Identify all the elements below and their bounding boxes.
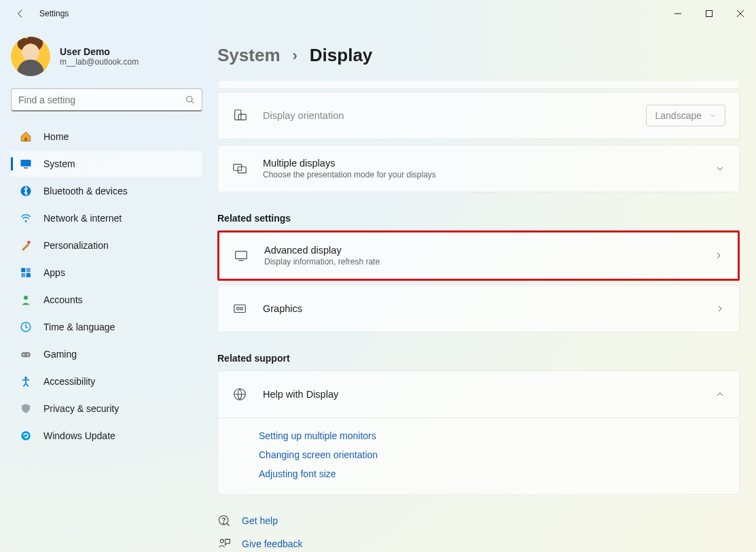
row-display-orientation: Display orientation Landscape [218,92,739,139]
highlight-box: Advanced display Display information, re… [217,230,740,281]
sidebar-item-system[interactable]: System [11,151,202,177]
help-icon [217,514,231,528]
row-subtitle: Display information, refresh rate [264,257,713,266]
row-title: Graphics [263,303,715,314]
paint-icon [19,239,33,252]
help-links: Setting up multiple monitors Changing sc… [217,418,740,495]
sidebar-item-gaming[interactable]: Gaming [11,341,202,367]
profile-name: User Demo [60,46,139,57]
svg-line-5 [192,101,194,103]
sidebar-item-privacy-security[interactable]: Privacy & security [11,396,202,421]
row-title: Advanced display [264,245,713,256]
chevron-up-icon [715,389,725,400]
sidebar-item-label: Home [43,131,69,142]
search-icon [185,95,195,105]
search-input[interactable] [12,89,202,110]
card-help-display: Help with Display [217,370,740,418]
row-advanced-display[interactable]: Advanced display Display information, re… [219,232,738,279]
sidebar-item-time-language[interactable]: Time & language [11,314,202,340]
sidebar-item-home[interactable]: Home [11,124,202,150]
card-peek [217,81,740,89]
sidebar-item-accessibility[interactable]: Accessibility [11,368,202,394]
breadcrumb: System › Display [217,45,740,66]
search-box[interactable] [11,88,202,111]
give-feedback-label: Give feedback [242,538,303,549]
svg-rect-13 [26,268,31,272]
sidebar: User Demo m__lab@outlook.com Home System… [0,27,211,552]
svg-point-22 [21,431,31,441]
home-icon [19,130,33,143]
minimize-button[interactable] [662,0,694,27]
shield-icon [19,402,33,415]
sidebar-item-label: Accessibility [43,376,95,387]
sidebar-item-accounts[interactable]: Accounts [11,287,202,313]
wifi-icon [19,211,33,225]
row-multiple-displays[interactable]: Multiple displays Choose the presentatio… [218,145,739,192]
svg-rect-1 [706,11,713,17]
svg-point-36 [220,539,223,542]
card-graphics: Graphics [217,285,740,332]
row-help-display[interactable]: Help with Display [218,371,739,417]
orientation-icon [232,107,248,124]
svg-point-20 [27,354,29,356]
update-icon [19,429,33,443]
svg-rect-29 [234,305,246,313]
sidebar-item-bluetooth[interactable]: Bluetooth & devices [11,178,202,204]
monitor-icon [233,247,249,264]
sidebar-item-personalization[interactable]: Personalization [11,232,202,258]
avatar [11,37,50,76]
row-title: Help with Display [263,389,715,400]
help-link[interactable]: Setting up multiple monitors [259,426,698,445]
sidebar-item-label: System [43,158,75,169]
svg-point-19 [23,354,24,356]
row-graphics[interactable]: Graphics [218,286,739,332]
breadcrumb-current: Display [310,45,373,66]
svg-rect-15 [26,273,31,277]
maximize-button[interactable] [694,0,725,27]
nav-list: Home System Bluetooth & devices Network … [11,124,202,449]
sidebar-item-label: Accounts [43,294,83,305]
row-title: Display orientation [263,110,646,121]
sidebar-item-windows-update[interactable]: Windows Update [11,423,202,449]
sidebar-item-label: Privacy & security [43,403,119,414]
close-button[interactable] [725,0,756,27]
get-help-link[interactable]: Get help [217,514,740,528]
accessibility-icon [19,375,33,388]
svg-point-10 [25,220,27,222]
help-link[interactable]: Adjusting font size [259,464,698,483]
back-button[interactable] [12,5,29,22]
section-related-support: Related support [217,353,740,364]
sidebar-item-label: Bluetooth & devices [43,186,128,196]
svg-point-31 [240,307,243,310]
svg-rect-12 [21,268,25,272]
card-display-orientation: Display orientation Landscape [217,92,740,139]
sidebar-item-label: Personalization [43,240,109,251]
chevron-right-icon [715,303,725,314]
svg-rect-8 [24,167,28,169]
clock-globe-icon [19,320,33,334]
svg-rect-24 [238,114,246,120]
sidebar-item-label: Windows Update [43,430,115,441]
help-link[interactable]: Changing screen orientation [259,445,698,464]
svg-rect-7 [21,160,31,167]
svg-rect-18 [21,352,31,358]
gamepad-icon [19,347,33,361]
system-icon [19,157,33,171]
sidebar-item-apps[interactable]: Apps [11,260,202,286]
main-content[interactable]: System › Display Display orientation Lan… [211,27,756,552]
section-related-settings: Related settings [217,213,740,224]
give-feedback-link[interactable]: Give feedback [217,537,740,551]
svg-rect-23 [235,110,241,120]
svg-rect-6 [25,138,27,141]
profile-block[interactable]: User Demo m__lab@outlook.com [11,37,205,76]
svg-line-35 [226,523,229,525]
svg-rect-14 [21,273,25,277]
sidebar-item-network[interactable]: Network & internet [11,205,202,231]
orientation-select[interactable]: Landscape [646,105,725,126]
graphics-icon [232,300,248,317]
svg-point-11 [27,241,31,244]
svg-point-21 [24,377,27,379]
sidebar-item-label: Network & internet [43,213,122,224]
row-subtitle: Choose the presentation mode for your di… [263,170,715,179]
breadcrumb-parent[interactable]: System [217,45,281,66]
